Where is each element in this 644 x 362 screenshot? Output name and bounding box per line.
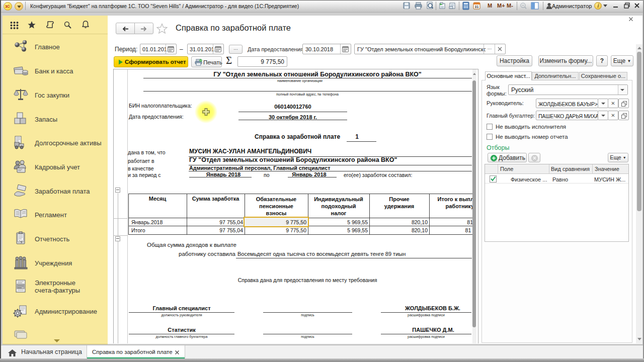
svg-text:31: 31	[475, 5, 479, 9]
